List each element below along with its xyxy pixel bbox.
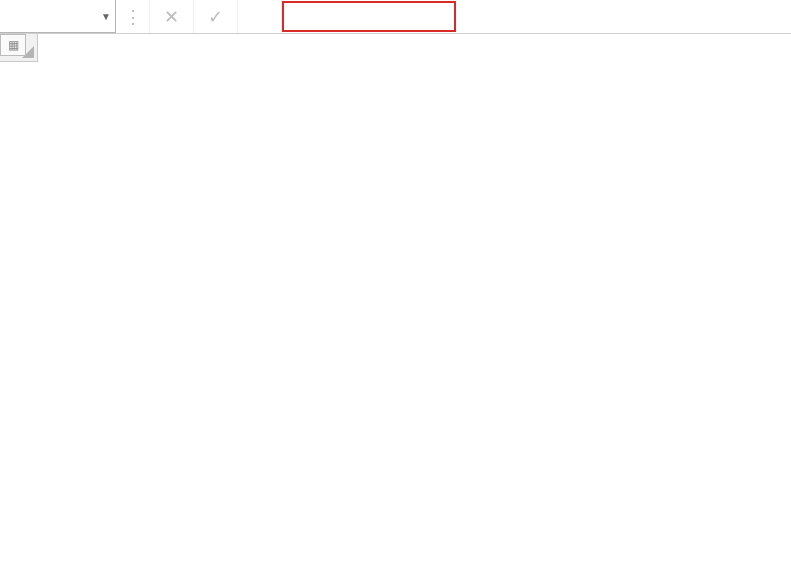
chevron-down-icon[interactable]: ▼: [101, 11, 111, 22]
separator-icon: ⋮: [116, 0, 150, 33]
formula-bar: ▼ ⋮ ✕ ✓: [0, 0, 791, 34]
fx-icon[interactable]: [238, 0, 282, 33]
formula-input[interactable]: [282, 1, 456, 32]
name-box[interactable]: ▼: [0, 0, 116, 33]
quick-analysis-icon[interactable]: ▦: [0, 34, 26, 56]
cancel-icon[interactable]: ✕: [150, 0, 194, 33]
enter-icon[interactable]: ✓: [194, 0, 238, 33]
